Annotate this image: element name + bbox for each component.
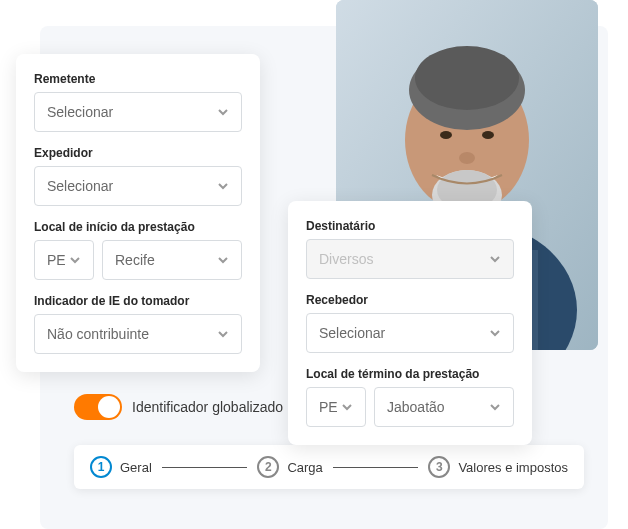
local-inicio-state-value: PE	[47, 252, 66, 268]
chevron-down-icon	[489, 401, 501, 413]
chevron-down-icon	[69, 254, 81, 266]
local-inicio-city-value: Recife	[115, 252, 155, 268]
globalized-identifier-label: Identificador globalizado	[132, 399, 283, 415]
chevron-down-icon	[341, 401, 353, 413]
local-termino-city-select[interactable]: Jaboatão	[374, 387, 514, 427]
local-termino-city-value: Jaboatão	[387, 399, 445, 415]
local-termino-label: Local de término da prestação	[306, 367, 514, 381]
step-connector	[162, 467, 248, 468]
chevron-down-icon	[489, 327, 501, 339]
expedidor-value: Selecionar	[47, 178, 113, 194]
step-label-2: Carga	[287, 460, 322, 475]
chevron-down-icon	[217, 106, 229, 118]
destinatario-value: Diversos	[319, 251, 373, 267]
chevron-down-icon	[489, 253, 501, 265]
remetente-label: Remetente	[34, 72, 242, 86]
chevron-down-icon	[217, 180, 229, 192]
step-label-1: Geral	[120, 460, 152, 475]
indicador-ie-label: Indicador de IE do tomador	[34, 294, 242, 308]
step-connector	[333, 467, 419, 468]
local-termino-state-value: PE	[319, 399, 338, 415]
globalized-identifier-row: Identificador globalizado	[74, 394, 283, 420]
step-valores[interactable]: 3 Valores e impostos	[428, 456, 568, 478]
sender-form-card: Remetente Selecionar Expedidor Seleciona…	[16, 54, 260, 372]
expedidor-label: Expedidor	[34, 146, 242, 160]
toggle-knob	[98, 396, 120, 418]
svg-point-15	[415, 46, 519, 110]
step-geral[interactable]: 1 Geral	[90, 456, 152, 478]
step-number-3: 3	[428, 456, 450, 478]
recipient-form-card: Destinatário Diversos Recebedor Selecion…	[288, 201, 532, 445]
remetente-select[interactable]: Selecionar	[34, 92, 242, 132]
indicador-ie-value: Não contribuinte	[47, 326, 149, 342]
form-stepper: 1 Geral 2 Carga 3 Valores e impostos	[74, 445, 584, 489]
remetente-value: Selecionar	[47, 104, 113, 120]
step-label-3: Valores e impostos	[458, 460, 568, 475]
recebedor-label: Recebedor	[306, 293, 514, 307]
step-number-1: 1	[90, 456, 112, 478]
svg-point-16	[440, 131, 452, 139]
indicador-ie-select[interactable]: Não contribuinte	[34, 314, 242, 354]
local-inicio-label: Local de início da prestação	[34, 220, 242, 234]
chevron-down-icon	[217, 328, 229, 340]
local-termino-state-select[interactable]: PE	[306, 387, 366, 427]
svg-point-17	[482, 131, 494, 139]
destinatario-label: Destinatário	[306, 219, 514, 233]
destinatario-select[interactable]: Diversos	[306, 239, 514, 279]
local-inicio-state-select[interactable]: PE	[34, 240, 94, 280]
globalized-identifier-toggle[interactable]	[74, 394, 122, 420]
svg-point-20	[459, 152, 475, 164]
chevron-down-icon	[217, 254, 229, 266]
expedidor-select[interactable]: Selecionar	[34, 166, 242, 206]
recebedor-value: Selecionar	[319, 325, 385, 341]
local-inicio-city-select[interactable]: Recife	[102, 240, 242, 280]
step-number-2: 2	[257, 456, 279, 478]
recebedor-select[interactable]: Selecionar	[306, 313, 514, 353]
step-carga[interactable]: 2 Carga	[257, 456, 322, 478]
